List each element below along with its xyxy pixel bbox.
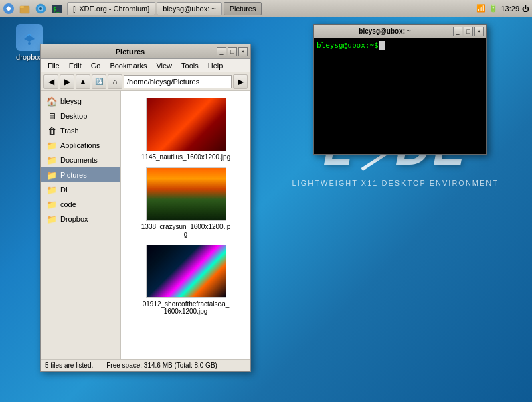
forward-button[interactable]: ▶ [60,74,74,89]
browser-icon[interactable] [33,1,48,16]
file-count: 5 files are listed. [45,362,93,369]
list-item[interactable]: 01912_shoreofthefractalsea_1600x1200.jpg [139,245,233,315]
svg-marker-9 [24,35,35,42]
sidebar-item-dropbox[interactable]: 📁 Dropbox [41,212,120,226]
terminal-minimize-btn[interactable]: _ [453,27,462,36]
file-name-3: 01912_shoreofthefractalsea_1600x1200.jpg [141,300,231,315]
menu-edit[interactable]: Edit [65,61,86,70]
sidebar-item-applications[interactable]: 📁 Applications [41,138,120,153]
desktop-icon-sm: 🖥 [46,111,57,121]
clock: 13:29 [501,5,519,13]
sidebar-item-pictures[interactable]: 📁 Pictures [41,168,120,182]
menu-help[interactable]: Help [204,61,228,70]
folder-icon-dl: 📁 [46,184,57,195]
taskbar: $_ [LXDE.org - Chromium] bleysg@ubox: ~ … [0,0,532,17]
terminal-body[interactable]: bleysg@ubox:~$ [314,38,486,154]
sidebar: 🏠 bleysg 🖥 Desktop 🗑 Trash 📁 Application… [41,91,121,359]
file-manager-titlebar[interactable]: Pictures _ □ × [41,44,250,59]
menu-view[interactable]: View [152,61,176,70]
minimize-button[interactable]: _ [217,47,226,56]
content-area: 🏠 bleysg 🖥 Desktop 🗑 Trash 📁 Application… [41,91,250,359]
taskbar-windows: [LXDE.org - Chromium] bleysg@ubox: ~ Pic… [67,2,262,15]
up-button[interactable]: ▲ [76,74,90,89]
sidebar-item-dl[interactable]: 📁 DL [41,182,120,197]
menu-tools[interactable]: Tools [177,61,203,70]
folder-icon-app: 📁 [46,140,57,151]
window-controls: _ □ × [217,47,248,56]
list-item[interactable]: 1338_crazysun_1600x1200.jpg [139,168,233,238]
folder-icon-pics: 📁 [46,170,57,180]
svg-rect-2 [20,6,24,8]
folder-icon-code: 📁 [46,199,57,210]
terminal-cursor [379,41,385,50]
menu-file[interactable]: File [43,61,64,70]
address-bar[interactable]: /home/bleysg/Pictures [124,75,232,88]
file-thumbnail-1 [146,98,226,151]
terminal-close-btn[interactable]: × [474,27,484,36]
terminal-prompt-text: bleysg@ubox:~$ [317,41,379,50]
list-item[interactable]: 1145_nautilus_1600x1200.jpg [139,98,233,161]
file-manager-title: Pictures [43,48,217,56]
maximize-button[interactable]: □ [228,47,237,56]
file-thumbnail-3 [146,245,226,298]
back-button[interactable]: ◀ [43,74,58,89]
battery-icon: 🔋 [489,4,498,13]
sidebar-item-code[interactable]: 📁 code [41,197,120,212]
taskbar-right: 📶 🔋 13:29 ⏻ [476,4,532,13]
file-manager-window: Pictures _ □ × File Edit Go Bookmarks Vi… [40,44,251,372]
folder-icon-dropbox: 📁 [46,214,57,224]
terminal-window: bleysg@ubox: ~ _ □ × bleysg@ubox:~$ [313,24,487,155]
sidebar-item-desktop[interactable]: 🖥 Desktop [41,109,120,123]
dropbox-icon [16,24,43,51]
toolbar: ◀ ▶ ▲ 🔃 ⌂ /home/bleysg/Pictures ▶ [41,72,250,91]
app-launcher-icon[interactable] [1,1,16,16]
terminal-controls: _ □ × [453,27,484,36]
file-name-1: 1145_nautilus_1600x1200.jpg [141,153,230,161]
menu-bookmarks[interactable]: Bookmarks [106,61,151,70]
svg-point-5 [39,7,42,10]
file-manager-icon[interactable] [17,1,32,16]
home-icon: 🏠 [46,96,57,107]
menu-go[interactable]: Go [87,61,105,70]
terminal-prompt-line: bleysg@ubox:~$ [317,41,484,50]
sidebar-item-trash[interactable]: 🗑 Trash [41,123,120,138]
power-icon[interactable]: ⏻ [522,5,529,13]
file-name-2: 1338_crazysun_1600x1200.jpg [141,223,231,238]
terminal-title: bleysg@ubox: ~ [317,27,453,35]
close-button[interactable]: × [238,47,248,56]
terminal-maximize-btn[interactable]: □ [464,27,473,36]
network-icon: 📶 [476,4,486,13]
lxde-subtitle: Lightweight X11 Desktop Environment [292,179,499,187]
svg-point-10 [28,42,31,45]
file-thumbnail-2 [146,168,226,221]
free-space: Free space: 314.6 MB (Total: 8.0 GB) [106,362,217,369]
taskbar-left: $_ [0,1,64,16]
taskbar-chromium-btn[interactable]: [LXDE.org - Chromium] [67,2,155,15]
taskbar-pictures-btn[interactable]: Pictures [224,2,262,15]
desktop: $_ [LXDE.org - Chromium] bleysg@ubox: ~ … [0,0,532,402]
refresh-button[interactable]: 🔃 [92,74,106,89]
trash-icon: 🗑 [46,125,57,136]
statusbar: 5 files are listed. Free space: 314.6 MB… [41,359,250,371]
home-button[interactable]: ⌂ [108,74,122,89]
menubar: File Edit Go Bookmarks View Tools Help [41,59,250,72]
svg-text:$_: $_ [53,7,60,13]
terminal-titlebar[interactable]: bleysg@ubox: ~ _ □ × [314,25,486,38]
file-list: 1145_nautilus_1600x1200.jpg 1338_crazysu… [121,91,250,359]
terminal-icon[interactable]: $_ [50,1,64,16]
sidebar-item-bleysg[interactable]: 🏠 bleysg [41,94,120,109]
go-button[interactable]: ▶ [233,74,248,89]
sidebar-item-documents[interactable]: 📁 Documents [41,153,120,168]
folder-icon-docs: 📁 [46,155,57,165]
dropbox-label: dropbox [16,53,43,61]
taskbar-terminal-btn[interactable]: bleysg@ubox: ~ [157,2,221,15]
